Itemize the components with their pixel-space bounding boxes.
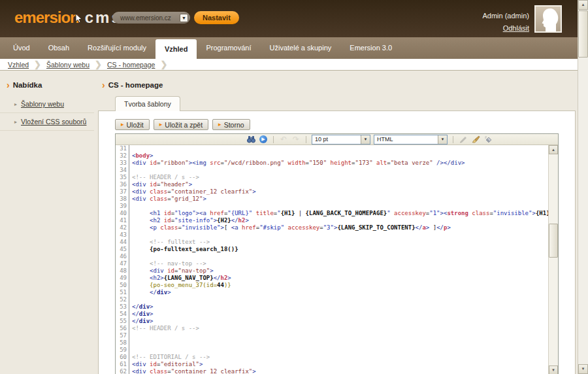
breadcrumb-link-cs-homepage[interactable]: CS - homepage xyxy=(107,61,155,69)
tab-template-editing[interactable]: Tvorba šablony xyxy=(115,96,180,111)
line-content: </div> xyxy=(132,311,154,318)
line-content: <div class="container_12 clearfix"> xyxy=(132,188,256,196)
code-line: 50 {po-seo_menu_37(id=44)} xyxy=(116,282,548,289)
storno-button[interactable]: ▸Storno xyxy=(212,119,250,130)
logout-link[interactable]: Odhlásit xyxy=(503,24,529,32)
code-line: 59 xyxy=(116,347,548,354)
highlight-icon[interactable] xyxy=(471,135,480,144)
logo-text-primary: emersion xyxy=(14,8,79,26)
arrow-right-icon: ▸ xyxy=(159,122,163,128)
code-line: 37<div class="container_12 clearfix"> xyxy=(116,188,548,196)
code-line: 32<body> xyxy=(116,152,548,160)
line-number: 55 xyxy=(116,318,129,325)
line-number: 40 xyxy=(116,210,129,217)
font-size-value: 10 pt xyxy=(312,136,361,143)
sidebar-item-ablony-webu[interactable]: ▸Šablony webu xyxy=(0,95,94,113)
breadcrumb-link-vzhled[interactable]: Vzhled xyxy=(8,61,29,69)
scroll-up-icon[interactable]: ▲ xyxy=(578,0,588,10)
editor-scrollbar-thumb[interactable] xyxy=(549,224,558,258)
tab-programov-n[interactable]: Programování xyxy=(197,37,260,59)
tab-emersion-3-0[interactable]: Emersion 3.0 xyxy=(340,37,401,59)
tab-roz-i-uj-c-moduly[interactable]: Rozšiřující moduly xyxy=(78,37,155,59)
user-silhouette-icon xyxy=(536,7,561,31)
syntax-select[interactable]: HTML ▼ xyxy=(374,135,448,144)
tab-vod[interactable]: Úvod xyxy=(4,37,39,59)
line-content: <!-- HEADER / s --> xyxy=(132,325,199,332)
sidebar-item-vlo-en-css-soubor[interactable]: ▸Vložení CSS souborů xyxy=(0,113,94,131)
ulo-it-button[interactable]: ▸Uložit xyxy=(115,119,150,130)
line-number: 44 xyxy=(116,239,129,246)
search-icon[interactable] xyxy=(246,135,255,144)
line-number: 41 xyxy=(116,217,129,224)
chevron-right-icon: ❯ xyxy=(160,60,167,69)
main-nav: ÚvodObsahRozšiřující modulyVzhledProgram… xyxy=(0,37,578,59)
line-content: <h2 id="site-info">{H2}</h2> xyxy=(132,217,249,224)
smooth-selection-icon[interactable] xyxy=(459,135,468,144)
line-number: 43 xyxy=(116,231,129,239)
code-line: 47 <!-- nav-top --> xyxy=(116,260,548,267)
line-number: 36 xyxy=(116,181,129,188)
scroll-up-icon[interactable]: ▲ xyxy=(549,145,558,154)
user-box: Admin (admin) Odhlásit xyxy=(482,12,529,33)
code-line: 43 xyxy=(116,231,548,239)
line-number: 54 xyxy=(116,311,129,318)
app-logo: emersioncms xyxy=(14,8,122,27)
tab-obsah[interactable]: Obsah xyxy=(39,37,78,59)
breadcrumb-link-ablony-webu[interactable]: Šablony webu xyxy=(46,61,90,69)
chevron-down-icon[interactable]: ▼ xyxy=(438,135,447,144)
chevron-down-icon[interactable]: ▼ xyxy=(361,135,370,144)
code-line: 61<div id="editorial"> xyxy=(116,361,548,368)
line-number: 42 xyxy=(116,224,129,231)
code-area[interactable]: 3132<body>33<div id="ribbon"><img src="/… xyxy=(116,145,558,374)
go-to-line-icon[interactable]: ▶ xyxy=(259,135,268,144)
line-number: 58 xyxy=(116,339,129,347)
code-line: 55</div> xyxy=(116,318,548,325)
line-number: 49 xyxy=(116,275,129,282)
main-panel-area: › CS - homepage Tvorba šablony ▸Uložit▸U… xyxy=(98,71,576,89)
chevron-down-icon[interactable]: ▼ xyxy=(180,14,188,22)
code-line: 46 xyxy=(116,253,548,260)
app-header: emersioncms www.emersion.cz ▼ Nastavit A… xyxy=(0,0,578,37)
editor-scrollbar[interactable]: ▲ ▼ xyxy=(548,145,558,374)
code-line: 51 </div> xyxy=(116,289,548,296)
code-line: 54</div> xyxy=(116,311,548,318)
ulo-it-a-zp-t-button[interactable]: ▸Uložit a zpět xyxy=(154,119,208,130)
line-content: <div class="grid_12"> xyxy=(132,196,206,203)
tab-u-ivatel-a-skupiny[interactable]: Uživatelé a skupiny xyxy=(261,37,341,59)
code-line: 36<div id="header"> xyxy=(116,181,548,188)
code-line: 40 <h1 id="logo"><a href="{URL}" title="… xyxy=(116,210,548,217)
code-line: 49 <h2>{LANG_NAV_TOP}</h2> xyxy=(116,275,548,282)
code-line: 57 xyxy=(116,332,548,339)
line-number: 38 xyxy=(116,196,129,203)
scroll-down-icon[interactable]: ▼ xyxy=(549,366,558,374)
line-content: <div class="container_12 clearfix"> xyxy=(132,368,256,374)
button-label: Uložit a zpět xyxy=(165,121,203,129)
line-number: 45 xyxy=(116,246,129,253)
code-line: 39 xyxy=(116,203,548,210)
reset-highlight-icon[interactable] xyxy=(483,135,493,144)
scroll-down-icon[interactable]: ▼ xyxy=(578,364,588,374)
code-line: 45 {po-fulltext_search_18()} xyxy=(116,246,548,253)
code-lines: 3132<body>33<div id="ribbon"><img src="/… xyxy=(116,145,548,374)
code-line: 44 <!-- fulltext --> xyxy=(116,239,548,246)
line-number: 52 xyxy=(116,296,129,303)
tab-vzhled[interactable]: Vzhled xyxy=(155,39,197,59)
line-number: 61 xyxy=(116,361,129,368)
code-line: 52 xyxy=(116,296,548,303)
line-number: 47 xyxy=(116,260,129,267)
page-scrollbar[interactable]: ▲ ▼ xyxy=(578,0,588,374)
site-select[interactable]: www.emersion.cz ▼ xyxy=(112,12,190,24)
syntax-value: HTML xyxy=(374,136,438,143)
set-site-button[interactable]: Nastavit xyxy=(194,11,239,24)
code-line: 62<div class="container_12 clearfix"> xyxy=(116,368,548,374)
redo-icon[interactable]: ↷ xyxy=(291,135,301,144)
code-line: 41 <h2 id="site-info">{H2}</h2> xyxy=(116,217,548,224)
undo-icon[interactable]: ↶ xyxy=(279,135,288,144)
font-size-select[interactable]: 10 pt ▼ xyxy=(312,135,370,144)
line-content: {po-seo_menu_37(id=44)} xyxy=(132,282,231,289)
page-scrollbar-thumb[interactable] xyxy=(578,10,588,58)
button-label: Uložit xyxy=(127,121,144,129)
user-name: Admin (admin) xyxy=(482,12,529,20)
line-number: 34 xyxy=(116,167,129,174)
button-label: Storno xyxy=(224,121,244,129)
